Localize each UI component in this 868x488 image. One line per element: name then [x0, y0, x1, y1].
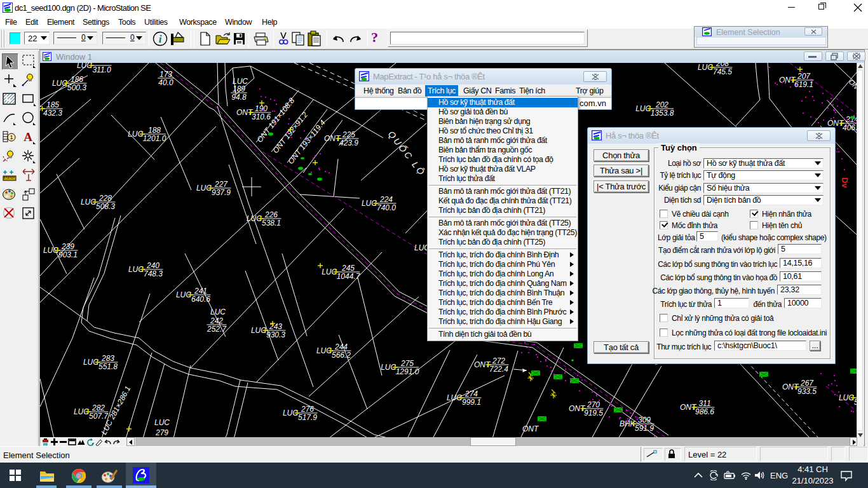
svg-text:94.8: 94.8	[231, 93, 247, 102]
svg-text:40.0: 40.0	[158, 78, 173, 87]
svg-text:538.1: 538.1	[262, 219, 281, 227]
svg-text:173: 173	[159, 70, 172, 79]
svg-text:283: 283	[101, 354, 114, 363]
svg-text:202: 202	[655, 100, 668, 109]
svg-text:225: 225	[342, 130, 355, 139]
svg-text:903.1: 903.1	[58, 250, 78, 259]
svg-text:226: 226	[264, 210, 278, 219]
svg-text:311.0: 311.0	[92, 65, 111, 74]
svg-text:270: 270	[587, 400, 600, 409]
svg-text:1291.0: 1291.0	[396, 367, 419, 376]
svg-text:279: 279	[155, 428, 168, 437]
svg-text:508.3: 508.3	[96, 202, 115, 211]
svg-text:591.9: 591.9	[635, 424, 654, 433]
svg-text:LUC: LUC	[77, 63, 92, 70]
svg-text:745.5: 745.5	[713, 67, 732, 76]
svg-text:722.4: 722.4	[489, 365, 508, 374]
svg-text:619.1: 619.1	[794, 80, 813, 89]
svg-text:999.1: 999.1	[462, 398, 481, 407]
svg-text:188: 188	[148, 126, 161, 135]
svg-text:432.3: 432.3	[43, 109, 62, 118]
svg-text:244: 244	[334, 342, 348, 351]
svg-text:1044.7: 1044.7	[337, 272, 361, 281]
svg-text:LUC: LUC	[154, 418, 170, 427]
svg-text:185: 185	[46, 100, 59, 109]
svg-text:1201.0: 1201.0	[143, 134, 166, 143]
svg-text:276: 276	[301, 405, 314, 414]
svg-text:227: 227	[214, 180, 228, 189]
svg-text:239: 239	[61, 242, 74, 251]
svg-text:1: 1	[10, 134, 13, 140]
svg-text:272: 272	[492, 356, 505, 365]
svg-text:1353.8: 1353.8	[651, 109, 674, 118]
svg-text:309: 309	[638, 416, 651, 424]
svg-text:189: 189	[233, 85, 245, 93]
svg-text:640.6: 640.6	[191, 295, 210, 304]
svg-text:245: 245	[341, 264, 355, 273]
svg-text:ONT: ONT	[522, 424, 539, 433]
svg-text:252.7: 252.7	[207, 325, 227, 334]
svg-text:267: 267	[800, 379, 814, 388]
svg-text:224: 224	[379, 195, 393, 204]
svg-text:311: 311	[698, 399, 710, 408]
svg-text:933.5: 933.5	[797, 387, 817, 396]
svg-text:310.6: 310.6	[252, 112, 271, 121]
svg-text:986.6: 986.6	[695, 407, 714, 416]
svg-text:919.5: 919.5	[584, 409, 603, 417]
svg-text:740.0: 740.0	[377, 203, 396, 212]
svg-text:566.2: 566.2	[332, 351, 351, 360]
svg-text:275: 275	[400, 359, 414, 368]
svg-text:A: A	[24, 130, 32, 144]
svg-text:500.3: 500.3	[67, 83, 86, 92]
svg-text:282: 282	[92, 403, 105, 412]
svg-text:207: 207	[797, 72, 811, 81]
svg-text:937.9: 937.9	[212, 188, 231, 197]
svg-text:517.9: 517.9	[298, 413, 317, 422]
svg-text:241: 241	[194, 287, 207, 295]
svg-text:242: 242	[210, 316, 223, 325]
svg-text:186: 186	[71, 75, 83, 84]
svg-text:748.3: 748.3	[144, 269, 163, 278]
svg-text:190: 190	[255, 104, 268, 113]
svg-text:551.8: 551.8	[98, 362, 118, 371]
svg-text:Dv: Dv	[840, 177, 850, 188]
svg-text:423.9: 423.9	[339, 139, 358, 147]
svg-text:930.3: 930.3	[266, 330, 285, 339]
svg-text:228: 228	[98, 194, 112, 203]
svg-text:240: 240	[146, 261, 159, 270]
svg-text:406.0: 406.0	[843, 123, 857, 132]
svg-text:i: i	[159, 33, 162, 45]
svg-text:274: 274	[465, 390, 478, 398]
svg-text:LUC: LUC	[210, 308, 226, 316]
